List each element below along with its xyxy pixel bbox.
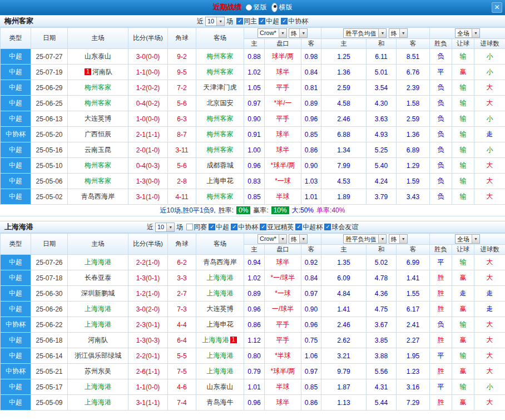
avg-draw-cell: 3.79	[367, 189, 397, 205]
handicap-time-select[interactable]: 终▼	[289, 28, 308, 38]
away-odds-cell: 0.75	[301, 333, 321, 348]
result-cell: 负	[430, 127, 452, 142]
result-cell: 平	[430, 65, 452, 80]
odds-time-select[interactable]: 终▼	[389, 28, 408, 38]
bookmaker-select[interactable]: Crow*▼	[258, 234, 287, 244]
odds-time-select[interactable]: 终▼	[389, 234, 408, 244]
match-row: 中协杯25-05-20广西恒辰2-1(1-1)8-7梅州客家0.91球半0.85…	[1, 127, 505, 142]
avg-draw-cell: 4.24	[367, 174, 397, 189]
checkbox-icon[interactable]	[295, 224, 302, 230]
avg-home-cell: 1.41	[321, 302, 367, 317]
handicap-cell: 一/球半	[265, 302, 301, 317]
home-team-cell: 青岛西海岸	[68, 189, 128, 205]
close-button[interactable]: ✕	[492, 2, 502, 13]
layout-radio-horizontal[interactable]: 横版	[271, 3, 293, 12]
corner-cell: 6-4	[168, 333, 196, 348]
handicap-result-cell: 输	[452, 348, 474, 364]
handicap-cell: 球半/两	[265, 49, 301, 65]
layout-toggle: 竖版横版	[246, 3, 293, 12]
away-odds-cell: 0.98	[301, 49, 321, 65]
filter-checkbox[interactable]: 中协杯	[231, 223, 258, 232]
date-cell: 25-05-02	[31, 189, 68, 205]
handicap-result-cell: 输	[452, 80, 474, 96]
summary-text: 赢率:	[253, 206, 268, 215]
goals-cell: 大	[474, 80, 505, 96]
checkbox-icon[interactable]	[236, 18, 243, 24]
home-odds-cell: 0.79	[244, 364, 265, 379]
score-cell: 2-6(1-1)	[128, 364, 168, 379]
avg-draw-cell: 5.02	[367, 255, 397, 270]
corner-cell: 7-3	[168, 302, 196, 317]
home-team-cell: 河南队	[68, 333, 128, 348]
result-cell: 负	[430, 111, 452, 127]
avg-home-cell: 2.46	[321, 111, 367, 127]
team-link: 河南队	[92, 68, 112, 76]
avg-away-cell: 1.55	[397, 286, 430, 302]
checkbox-icon[interactable]	[209, 224, 215, 230]
avg-away-cell: 3.43	[397, 189, 430, 205]
match-count-select[interactable]: 10▼	[205, 17, 225, 26]
checkbox-icon[interactable]	[231, 224, 237, 230]
filter-label: 中协杯	[238, 223, 258, 232]
filter-checkbox[interactable]: 中超	[209, 223, 229, 232]
checkbox-icon[interactable]	[324, 224, 331, 230]
goals-cell: 小	[474, 65, 505, 80]
handicap-time-select[interactable]: 终▼	[289, 234, 308, 244]
avg-away-cell: 6.89	[397, 142, 430, 158]
filter-checkbox[interactable]: 中协杯	[281, 17, 308, 26]
corner-cell: 5-5	[168, 348, 196, 364]
results-body: 中超25-07-27山东泰山3-0(0-0)9-2梅州客家0.88球半/两0.9…	[1, 49, 505, 205]
home-team-cell: 1河南队	[68, 65, 128, 80]
match-row: 中超25-05-02青岛西海岸3-1(1-0)4-11梅州客家0.85半球1.0…	[1, 189, 505, 205]
filter-checkbox[interactable]: 亚冠精英	[260, 223, 294, 232]
home-team-cell: 大连英博	[68, 111, 128, 127]
team-name: 梅州客家	[0, 16, 33, 26]
avg-draw-cell: 3.85	[367, 333, 397, 348]
handicap-result-cell: 输	[452, 189, 474, 205]
match-row: 中超25-07-191河南队1-1(0-0)9-5梅州客家1.02球半0.841…	[1, 65, 505, 80]
checkbox-icon[interactable]	[260, 224, 266, 230]
avg-home-cell: 1.25	[321, 49, 367, 65]
checkbox-icon[interactable]	[281, 18, 288, 24]
filter-checkbox[interactable]: 中超杯	[295, 223, 323, 232]
match-row: 中超25-07-18长春亚泰1-3(0-1)3-3上海海港1.02*一/球半0.…	[1, 270, 505, 286]
team-name: 上海海港	[0, 222, 33, 232]
corner-cell: 4-11	[168, 189, 196, 205]
away-odds-cell: 0.84	[301, 270, 321, 286]
summary-text: 单率:40%	[316, 206, 345, 215]
away-team-cell: 北京国安	[196, 96, 244, 111]
team-link: 河南队	[88, 336, 108, 344]
radio-icon[interactable]	[271, 3, 278, 12]
sub-result: 胜负	[430, 39, 452, 49]
handicap-result-cell: 输	[452, 317, 474, 333]
match-row: 中超25-05-16云南玉昆2-0(1-0)3-11梅州客家1.00球半0.86…	[1, 142, 505, 158]
filter-checkbox[interactable]: 中超	[259, 17, 279, 26]
checkbox-icon[interactable]	[186, 224, 193, 230]
corner-cell: 8-7	[168, 127, 196, 142]
score-cell: 3-0(0-0)	[128, 49, 168, 65]
result-cell: 胜	[430, 302, 452, 317]
fulltime-select[interactable]: 全场▼	[455, 28, 480, 38]
avg-draw-cell: 4.78	[367, 270, 397, 286]
filter-checkbox[interactable]: 同主	[236, 17, 257, 26]
filter-checkbox[interactable]: 球会友谊	[324, 223, 358, 232]
away-odds-cell: 0.85	[301, 127, 321, 142]
handicap-result-cell: 赢	[452, 270, 474, 286]
bookmaker-select[interactable]: Crow*▼	[258, 28, 287, 38]
sub-away-odds: 客	[301, 245, 321, 255]
match-count-select[interactable]: 10▼	[155, 223, 175, 232]
odds-average-select[interactable]: 胜平负均值▼	[343, 234, 387, 244]
layout-radio-vertical[interactable]: 竖版	[246, 3, 267, 12]
odds-average-select[interactable]: 胜平负均值▼	[343, 28, 387, 38]
team-link: 大连英博	[207, 305, 234, 313]
team-link: 云南玉昆	[85, 146, 111, 154]
type-cell: 中超	[1, 49, 31, 65]
radio-icon[interactable]	[246, 4, 252, 11]
avg-away-cell: 1.95	[397, 348, 430, 364]
fulltime-select[interactable]: 全场▼	[455, 234, 480, 244]
team-link: 梅州客家	[85, 99, 111, 107]
checkbox-icon[interactable]	[259, 18, 265, 24]
team-link: 北京国安	[207, 99, 234, 107]
away-team-cell: 上海海港	[196, 270, 244, 286]
filter-checkbox[interactable]: 同赛	[186, 223, 207, 232]
